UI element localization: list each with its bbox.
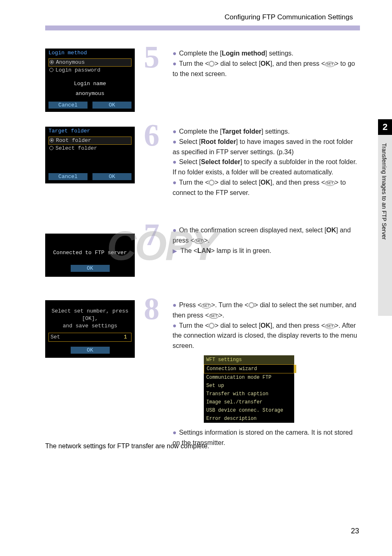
header-divider	[45, 25, 360, 30]
menu-set-up[interactable]: Set up	[204, 382, 294, 390]
dial-icon	[209, 61, 214, 67]
set-icon: SET	[194, 239, 204, 244]
ok-button[interactable]: OK	[71, 347, 110, 354]
radio-filled-icon	[50, 60, 54, 64]
ok-button[interactable]: OK	[71, 265, 110, 272]
menu-image-sel[interactable]: Image sel./transfer	[204, 398, 294, 406]
screen-title: Login method	[48, 49, 131, 58]
camera-screen-connected: Connected to FTP server OK	[45, 234, 135, 277]
set-number-field[interactable]: Set 1	[48, 333, 131, 342]
radio-empty-icon	[49, 146, 53, 150]
ok-button[interactable]: OK	[92, 102, 131, 109]
camera-menu-screen: WFT settings Connection wizard Communica…	[204, 355, 294, 423]
footer-sentence: The network settings for FTP transfer ar…	[45, 442, 209, 450]
set-icon: SET	[325, 324, 335, 329]
menu-usb-device[interactable]: USB device connec. Storage	[204, 406, 294, 415]
step6-bullet2: ●Select [Root folder] to have images sav…	[173, 137, 360, 158]
radio-empty-icon	[49, 68, 53, 72]
set-icon: SET	[209, 313, 219, 319]
chapter-label: Transferring Images to an FTP Server	[381, 143, 387, 240]
step6-bullet1: ●Complete the [Target folder] settings.	[173, 127, 360, 137]
dial-icon	[209, 180, 214, 185]
step6-bullet3: ●Select [Select folder] to specify a sub…	[173, 157, 360, 178]
step6-bullet4: ●Turn the <> dial to select [OK], and th…	[173, 178, 360, 198]
step5-bullet1: ●Complete the [Login method] settings.	[173, 49, 360, 59]
step-number-6: 6	[144, 123, 185, 148]
chapter-number: 2	[378, 119, 392, 135]
login-name-value: anonymous	[48, 90, 131, 97]
ok-button[interactable]: OK	[92, 173, 131, 180]
dial-icon	[209, 323, 214, 329]
option-login-password[interactable]: Login password	[48, 67, 131, 74]
set-icon: SET	[325, 62, 335, 67]
step5-bullet2: ●Turn the <> dial to select [OK], and th…	[173, 59, 360, 79]
cancel-button[interactable]: Cancel	[48, 102, 88, 109]
menu-comm-mode[interactable]: Communication mode FTP	[204, 373, 294, 382]
step-number-5: 5	[144, 44, 185, 70]
step-number-8: 8	[144, 296, 185, 321]
screen-title: Target folder	[48, 127, 131, 137]
option-anonymous[interactable]: Anonymous	[48, 58, 131, 67]
camera-screen-save: Select set number, press [OK], and save …	[45, 300, 135, 358]
bullet-icon: ●	[173, 428, 177, 438]
chapter-label-bg: Transferring Images to an FTP Server	[378, 135, 392, 316]
camera-screen-login: Login method Anonymous Login password Lo…	[45, 49, 135, 112]
page-header: Configuring FTP Communication Settings	[0, 0, 392, 33]
step7-bullet1: ●On the confirmation screen displayed ne…	[173, 225, 360, 246]
page-title: Configuring FTP Communication Settings	[225, 13, 353, 21]
menu-title: WFT settings	[204, 355, 294, 364]
step8-bullet2: ●Turn the <> dial to select [OK], and th…	[173, 321, 360, 351]
bullet-icon: ●	[173, 157, 177, 167]
menu-transfer-caption[interactable]: Transfer with caption	[204, 390, 294, 398]
cancel-button[interactable]: Cancel	[48, 173, 88, 180]
save-line1: Select set number, press [OK],	[48, 308, 131, 322]
step8-bullet1: ●Press <SET>. Turn the <> dial to select…	[173, 300, 360, 321]
save-line2: and save settings	[48, 322, 131, 330]
option-root-folder[interactable]: Root folder	[48, 137, 131, 145]
menu-error-desc[interactable]: Error description	[204, 415, 294, 423]
camera-screen-target: Target folder Root folder Select folder …	[45, 127, 135, 183]
step7-bullet2: ▶The <LAN> lamp is lit in green.	[173, 246, 360, 256]
bullet-icon: ●	[173, 178, 177, 188]
set-icon: SET	[325, 181, 335, 186]
connected-message: Connected to FTP server	[48, 249, 131, 257]
login-name-label: Login name	[48, 80, 131, 88]
triangle-icon: ▶	[173, 247, 177, 256]
bullet-icon: ●	[173, 321, 177, 331]
side-tab: 2 Transferring Images to an FTP Server	[378, 119, 392, 333]
set-icon: SET	[201, 303, 211, 308]
radio-filled-icon	[50, 138, 54, 142]
page-number: 23	[351, 527, 359, 535]
step-number-7: 7	[144, 222, 185, 247]
dial-icon	[249, 302, 254, 308]
menu-connection-wizard[interactable]: Connection wizard	[204, 364, 294, 373]
option-select-folder[interactable]: Select folder	[48, 145, 131, 152]
